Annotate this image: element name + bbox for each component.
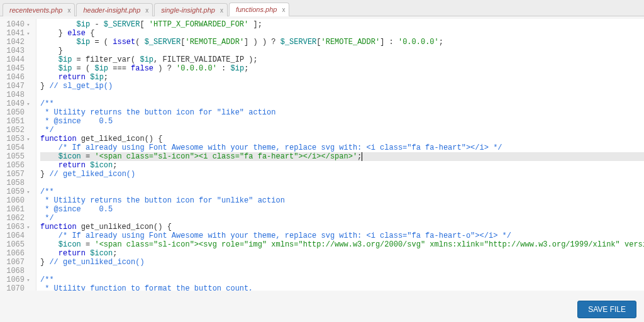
tab-label: recentevents.php	[9, 6, 62, 14]
line-number: 1048	[3, 91, 31, 99]
close-icon[interactable]: x	[145, 7, 148, 14]
code-line[interactable]: function get_liked_icon() {	[40, 135, 644, 143]
code-line[interactable]: function get_unliked_icon() {	[40, 223, 644, 231]
tab-label: header-insight.php	[83, 6, 140, 14]
fold-icon[interactable]: ▾	[26, 135, 31, 144]
code-line[interactable]	[40, 267, 644, 275]
code-line[interactable]: /**	[40, 99, 644, 108]
code-line[interactable]: return $icon;	[40, 161, 644, 170]
code-line[interactable]: /* If already using Font Awesome with yo…	[40, 231, 644, 240]
fold-icon[interactable]: ▾	[26, 276, 31, 285]
fold-icon[interactable]: ▾	[26, 21, 31, 30]
close-icon[interactable]: x	[282, 6, 285, 13]
code-line[interactable]: return $icon;	[40, 249, 644, 258]
tab-single-insight-php[interactable]: single-insight.phpx	[154, 3, 228, 16]
footer: SAVE FILE	[577, 301, 636, 318]
fold-icon[interactable]: ▾	[26, 188, 31, 197]
fold-icon[interactable]: ▾	[26, 223, 31, 232]
line-number: 1069▾	[3, 275, 31, 284]
line-number: 1051	[3, 117, 31, 126]
line-number: 1040▾	[3, 20, 31, 29]
tab-functions-php[interactable]: functions.phpx	[229, 3, 289, 16]
code-line[interactable]: * Utility function to format the button …	[40, 284, 644, 291]
code-line[interactable]	[40, 91, 644, 99]
line-number: 1060	[3, 196, 31, 205]
code-line[interactable]: /**	[40, 187, 644, 196]
code-line[interactable]: */	[40, 126, 644, 135]
code-line[interactable]: * Utility returns the button icon for "l…	[40, 108, 644, 117]
line-number: 1067	[3, 258, 31, 267]
close-icon[interactable]: x	[67, 7, 70, 14]
line-number: 1049▾	[3, 99, 31, 108]
code-area[interactable]: $ip - $_SERVER[ 'HTTP_X_FORWARDED_FOR' ]…	[36, 19, 644, 291]
line-number: 1050	[3, 108, 31, 117]
line-number: 1058	[3, 179, 31, 187]
line-number: 1042	[3, 38, 31, 47]
line-number: 1053▾	[3, 135, 31, 143]
line-gutter: 1040▾1041▾104210431044104510461047104810…	[0, 19, 36, 291]
line-number: 1047	[3, 82, 31, 91]
fold-icon[interactable]: ▾	[26, 30, 31, 38]
line-number: 1063▾	[3, 223, 31, 231]
code-line[interactable]: } // sl_get_ip()	[40, 82, 644, 91]
line-number: 1068	[3, 267, 31, 275]
tab-header-insight-php[interactable]: header-insight.phpx	[76, 3, 153, 16]
line-number: 1054	[3, 143, 31, 152]
code-line[interactable]: return $ip;	[40, 73, 644, 82]
code-line[interactable]: */	[40, 214, 644, 223]
line-number: 1057	[3, 170, 31, 179]
line-number: 1044	[3, 55, 31, 64]
code-line[interactable]: $ip - $_SERVER[ 'HTTP_X_FORWARDED_FOR' ]…	[40, 20, 644, 29]
tab-label: single-insight.php	[161, 6, 215, 14]
line-number: 1046	[3, 73, 31, 82]
tab-bar: recentevents.phpxheader-insight.phpxsing…	[0, 0, 644, 16]
line-number: 1052	[3, 126, 31, 135]
line-number: 1059▾	[3, 187, 31, 196]
line-number: 1055	[3, 152, 31, 161]
code-line[interactable]: }	[40, 47, 644, 55]
line-number: 1062	[3, 214, 31, 223]
code-line[interactable]: } // get_liked_icon()	[40, 170, 644, 179]
fold-icon[interactable]: ▾	[26, 100, 31, 109]
code-line[interactable]: $icon = '<span class="sl-icon"><svg role…	[40, 240, 644, 249]
tab-label: functions.php	[236, 6, 277, 13]
code-line[interactable]: $icon = '<span class="sl-icon"><i class=…	[40, 152, 644, 161]
line-number: 1056	[3, 161, 31, 170]
close-icon[interactable]: x	[220, 7, 223, 14]
code-line[interactable]: /* If already using Font Awesome with yo…	[40, 143, 644, 152]
line-number: 1045	[3, 64, 31, 73]
code-line[interactable]: /**	[40, 275, 644, 284]
code-line[interactable]: } // get_unliked_icon()	[40, 258, 644, 267]
code-line[interactable]: * Utility returns the button icon for "u…	[40, 196, 644, 205]
code-line[interactable]: * @since 0.5	[40, 117, 644, 126]
line-number: 1066	[3, 249, 31, 258]
line-number: 1041▾	[3, 29, 31, 38]
line-number: 1061	[3, 205, 31, 214]
line-number: 1064	[3, 231, 31, 240]
code-line[interactable]: } else {	[40, 29, 644, 38]
save-file-button[interactable]: SAVE FILE	[577, 301, 636, 318]
code-line[interactable]	[40, 179, 644, 187]
tab-recentevents-php[interactable]: recentevents.phpx	[3, 3, 75, 16]
code-line[interactable]: $ip = filter_var( $ip, FILTER_VALIDATE_I…	[40, 55, 644, 64]
line-number: 1065	[3, 240, 31, 249]
code-line[interactable]: * @since 0.5	[40, 205, 644, 214]
code-line[interactable]: $ip = ( $ip === false ) ? '0.0.0.0' : $i…	[40, 64, 644, 73]
line-number: 1043	[3, 47, 31, 55]
code-editor[interactable]: 1040▾1041▾104210431044104510461047104810…	[0, 16, 644, 293]
line-number: 1070	[3, 284, 31, 293]
code-line[interactable]: $ip = ( isset( $_SERVER['REMOTE_ADDR'] )…	[40, 38, 644, 47]
